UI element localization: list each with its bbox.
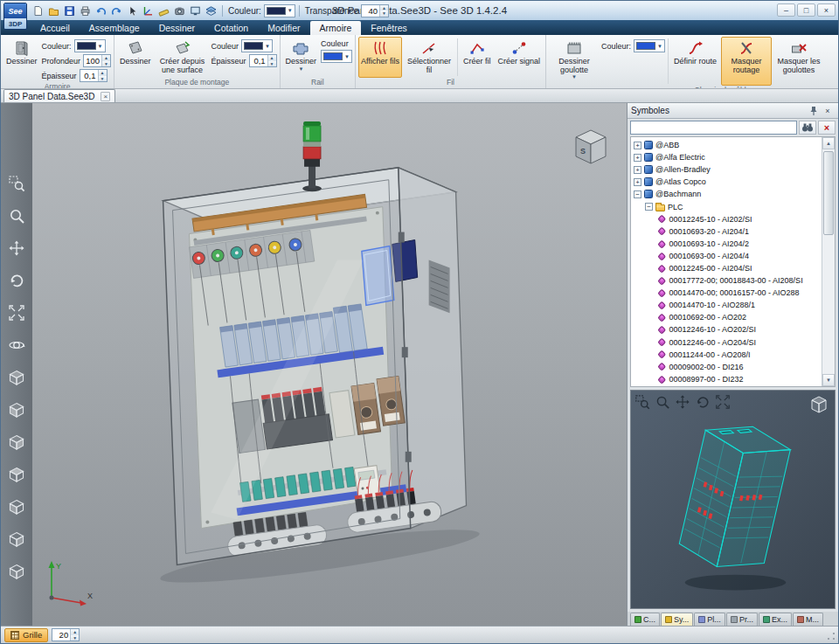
tree-brand-abb[interactable]: +@ABB	[631, 139, 822, 151]
dessiner-goulotte-button[interactable]: Dessiner goulotte ▼	[549, 37, 600, 86]
afficher-goulottes-connectees-button[interactable]: Afficher les goulottes connectées	[826, 37, 838, 86]
3d-viewport[interactable]: S Y X	[32, 103, 627, 626]
panel-close-icon[interactable]: ×	[821, 105, 835, 117]
expand-icon[interactable]: +	[634, 142, 641, 149]
creer-fil-button[interactable]: Créer fil	[461, 37, 494, 78]
chemin-color-dropdown[interactable]: ▼	[634, 39, 665, 52]
profondeur-spinner[interactable]: 100▲▼	[83, 54, 111, 67]
selectionner-fil-button[interactable]: Sélectionner fil	[404, 37, 454, 78]
clear-search-icon[interactable]: ×	[818, 121, 836, 135]
panel-tab-composants[interactable]: C...	[630, 613, 660, 626]
spin-down-icon[interactable]: ▼	[71, 635, 79, 641]
view-front-icon[interactable]	[6, 399, 27, 420]
qat-color-dropdown[interactable]: ▼	[264, 4, 295, 17]
view-bottom-icon[interactable]	[6, 561, 27, 582]
pan-icon[interactable]	[6, 238, 27, 259]
panel-tab-plans[interactable]: Pl...	[694, 613, 725, 626]
print-icon[interactable]	[78, 3, 93, 18]
panel-tab-explorateur[interactable]: Ex...	[759, 613, 792, 626]
scrollbar-thumb[interactable]	[823, 151, 834, 235]
expand-icon[interactable]: +	[634, 154, 641, 162]
pointer-icon[interactable]	[125, 3, 140, 18]
tree-brand-allen-bradley[interactable]: +@Allen-Bradley	[631, 163, 822, 176]
tree-item[interactable]: 00011244-00 - AO208/I	[631, 349, 822, 361]
orbit-icon[interactable]	[6, 335, 27, 356]
symbol-preview[interactable]	[630, 390, 836, 609]
panel-tab-symboles[interactable]: Sy...	[661, 613, 693, 626]
view-left-icon[interactable]	[6, 496, 27, 517]
tree-item[interactable]: 00010693-00 - AI204/4	[631, 250, 822, 262]
view-back-icon[interactable]	[6, 529, 27, 550]
tab-armoire[interactable]: Armoire	[310, 21, 362, 35]
tree-item[interactable]: 00014470-00; 00016157-00 - AIO288	[631, 287, 822, 299]
open-folder-icon[interactable]	[46, 3, 61, 18]
pan-icon[interactable]	[675, 394, 690, 413]
view-iso-icon[interactable]	[6, 367, 27, 388]
monitor-icon[interactable]	[188, 3, 203, 18]
panel-tab-messages[interactable]: M...	[793, 613, 823, 626]
zoom-window-icon[interactable]	[634, 394, 650, 413]
plaque-dessiner-button[interactable]: Dessiner	[117, 37, 154, 78]
expand-icon[interactable]: +	[634, 166, 641, 174]
rail-dessiner-button[interactable]: Dessiner ▼	[283, 37, 320, 78]
zoom-window-icon[interactable]	[6, 173, 27, 194]
camera-icon[interactable]	[172, 3, 187, 18]
resize-grip[interactable]	[826, 631, 836, 641]
zoom-fit-icon[interactable]	[6, 302, 27, 323]
definir-route-button[interactable]: Définir route	[671, 37, 719, 86]
rotate-view-icon[interactable]	[695, 394, 711, 413]
maximize-button[interactable]: □	[797, 3, 815, 17]
tree-item[interactable]: 00010693-20 - AI204/1	[631, 225, 822, 238]
spin-down-icon[interactable]: ▼	[380, 10, 388, 17]
spin-down-icon[interactable]: ▼	[99, 76, 107, 82]
plaque-color-dropdown[interactable]: ▼	[241, 39, 273, 52]
tree-item[interactable]: 00012246-00 - AO204/SI	[631, 336, 822, 349]
axes-icon[interactable]	[141, 3, 156, 18]
layers-icon[interactable]	[204, 3, 218, 18]
plaque-epaisseur-spinner[interactable]: 0,1▲▼	[249, 54, 277, 67]
document-close-icon[interactable]: ×	[101, 92, 110, 101]
pin-icon[interactable]	[807, 105, 821, 117]
tree-item[interactable]: 00014470-10 - AIO288/1	[631, 299, 822, 311]
afficher-fils-button[interactable]: Afficher fils	[358, 37, 402, 78]
spin-down-icon[interactable]: ▼	[102, 61, 110, 67]
tree-brand-atlas-copco[interactable]: +@Atlas Copco	[631, 176, 822, 188]
transparence-spinner[interactable]: 40 ▲▼	[361, 4, 389, 17]
close-button[interactable]: ×	[817, 3, 836, 17]
plaque-creer-surface-button[interactable]: Créer depuis une surface	[156, 37, 210, 78]
tree-item[interactable]: 00012246-10 - AO202/SI	[631, 323, 822, 336]
grid-size-spinner[interactable]: 20 ▲▼	[52, 628, 80, 641]
symbol-search-input[interactable]	[630, 121, 797, 135]
view-right-icon[interactable]	[6, 432, 27, 453]
scroll-down-icon[interactable]: ▼	[822, 374, 835, 386]
tree-item[interactable]: 00012245-10 - AI202/SI	[631, 213, 822, 225]
tab-cotation[interactable]: Cotation	[205, 21, 258, 35]
view-top-icon[interactable]	[6, 464, 27, 485]
masquer-routage-button[interactable]: Masquer routage	[721, 37, 772, 86]
scroll-up-icon[interactable]: ▲	[822, 137, 835, 149]
tab-fenetres[interactable]: Fenêtres	[361, 21, 416, 35]
masquer-goulottes-button[interactable]: Masquer les goulottes	[773, 37, 824, 86]
collapse-icon[interactable]: −	[645, 203, 653, 211]
armoire-color-dropdown[interactable]: ▼	[74, 39, 106, 52]
tree-brand-bachmann[interactable]: −@Bachmann	[631, 188, 822, 200]
tree-item[interactable]: 00012245-00 - AI204/SI	[631, 262, 822, 274]
armoire-dessiner-button[interactable]: Dessiner	[3, 37, 40, 82]
document-tab[interactable]: 3D Panel Data.See3D ×	[3, 89, 115, 102]
orientation-cube[interactable]: S	[565, 126, 613, 170]
collapse-icon[interactable]: −	[634, 190, 641, 198]
zoom-icon[interactable]	[6, 205, 27, 226]
minimize-button[interactable]: –	[777, 3, 795, 17]
expand-icon[interactable]: +	[634, 178, 641, 186]
creer-signal-button[interactable]: Créer signal	[495, 37, 543, 78]
preview-orientation-cube[interactable]	[808, 394, 830, 415]
new-file-icon[interactable]	[31, 3, 45, 18]
tab-accueil[interactable]: Accueil	[31, 21, 80, 35]
undo-icon[interactable]	[94, 3, 108, 18]
tab-modifier[interactable]: Modifier	[258, 21, 309, 35]
rail-color-dropdown[interactable]: ▼	[321, 50, 352, 63]
tree-item[interactable]: 00017772-00; 00018843-00 - AI208/SI	[631, 274, 822, 287]
tab-dessiner[interactable]: Dessiner	[149, 21, 205, 35]
rotate-view-icon[interactable]	[6, 270, 27, 291]
tree-brand-alfa[interactable]: +@Alfa Electric	[631, 151, 822, 163]
